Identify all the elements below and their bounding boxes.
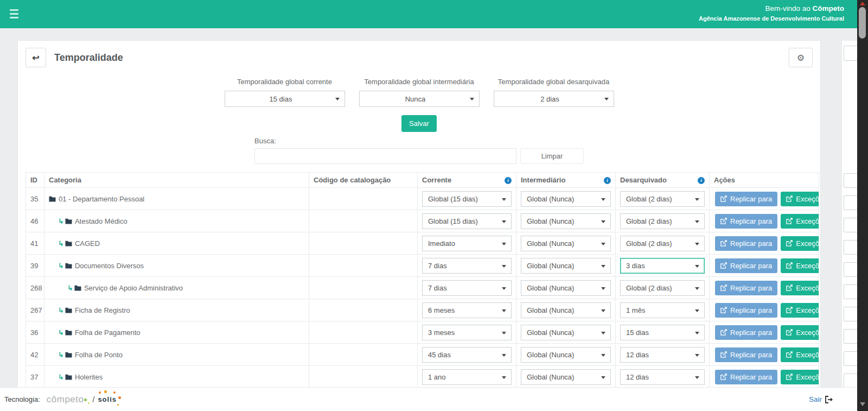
replicate-button[interactable]: Replicar para bbox=[715, 303, 777, 318]
replicate-button-label: Replicar para bbox=[730, 262, 772, 270]
intermediario-select[interactable]: Global (Nunca) bbox=[521, 213, 611, 229]
competo-logo[interactable]: cômpeto bbox=[47, 394, 84, 405]
exceptions-button[interactable]: Exceções bbox=[781, 281, 819, 295]
intermediario-select[interactable]: Global (Nunca) bbox=[521, 236, 611, 251]
desarquivado-select[interactable]: Global (2 dias) bbox=[620, 236, 705, 251]
replicate-button-label: Replicar para bbox=[730, 195, 772, 203]
intermediario-select[interactable]: Global (Nunca) bbox=[521, 280, 611, 296]
intermediario-value: Global (Nunca) bbox=[521, 217, 610, 225]
replicate-button-label: Replicar para bbox=[730, 217, 772, 225]
corrente-select[interactable]: 6 meses bbox=[422, 302, 512, 318]
table-header-row: ID Categoria Código de catalogação Corre… bbox=[26, 173, 819, 188]
scrollbar-up-arrow[interactable] bbox=[860, 2, 865, 5]
solis-logo[interactable]: solis bbox=[98, 395, 117, 403]
info-icon[interactable]: i bbox=[698, 177, 705, 184]
global-desarquivada-label: Temporalidade global desarquivada bbox=[494, 78, 614, 86]
exceptions-button-label: Exceções bbox=[796, 262, 819, 270]
replicate-button-label: Replicar para bbox=[730, 351, 772, 359]
info-icon[interactable]: i bbox=[505, 177, 512, 184]
desarquivado-select[interactable]: Global (2 dias) bbox=[620, 213, 705, 229]
exceptions-button[interactable]: Exceções bbox=[781, 192, 819, 206]
chevron-down-icon bbox=[695, 243, 699, 245]
desarquivado-select[interactable]: Global (2 dias) bbox=[620, 191, 705, 207]
corrente-select[interactable]: 3 meses bbox=[422, 325, 512, 340]
exceptions-button-label: Exceções bbox=[796, 239, 819, 248]
exceptions-button[interactable]: Exceções bbox=[781, 258, 819, 273]
exceptions-button[interactable]: Exceções bbox=[781, 370, 819, 384]
desarquivado-value: 3 dias bbox=[621, 262, 704, 270]
replicate-button[interactable]: Replicar para bbox=[715, 325, 777, 340]
catalog-code-cell bbox=[309, 344, 418, 366]
settings-button[interactable]: ⚙ bbox=[789, 48, 813, 67]
desarquivado-select[interactable]: Global (2 dias) bbox=[620, 280, 705, 296]
corrente-value: Global (15 dias) bbox=[423, 217, 511, 225]
level-arrow-icon: ↳ bbox=[58, 218, 64, 225]
intermediario-select[interactable]: Global (Nunca) bbox=[521, 325, 611, 340]
desarquivado-select[interactable]: 3 dias bbox=[620, 258, 705, 274]
intermediario-select[interactable]: Global (Nunca) bbox=[521, 369, 611, 385]
logo-separator: / bbox=[92, 395, 94, 404]
intermediario-select[interactable]: Global (Nunca) bbox=[521, 258, 611, 274]
chevron-down-icon bbox=[601, 265, 605, 268]
global-desarquivada-select[interactable]: 2 dias bbox=[494, 91, 614, 107]
row-id: 268 bbox=[26, 277, 44, 299]
back-button[interactable]: ↩ bbox=[25, 48, 46, 67]
replicate-button[interactable]: Replicar para bbox=[715, 281, 777, 295]
logout-link[interactable]: Sair bbox=[809, 395, 833, 403]
intermediario-select[interactable]: Global (Nunca) bbox=[521, 302, 611, 318]
scrollbar-down-arrow[interactable] bbox=[860, 402, 865, 406]
search-input[interactable] bbox=[254, 148, 516, 164]
desarquivado-select[interactable]: 1 mês bbox=[620, 302, 705, 318]
corrente-select[interactable]: Imediato bbox=[422, 236, 512, 251]
intermediario-select[interactable]: Global (Nunca) bbox=[521, 347, 611, 363]
chevron-down-icon bbox=[695, 332, 699, 334]
corrente-select[interactable]: 7 dias bbox=[422, 280, 512, 296]
edit-icon bbox=[786, 240, 793, 246]
exceptions-button[interactable]: Exceções bbox=[781, 303, 819, 318]
desarquivado-select[interactable]: 12 dias bbox=[620, 369, 705, 385]
replicate-button[interactable]: Replicar para bbox=[715, 192, 777, 206]
desarquivado-select[interactable]: 15 dias bbox=[620, 325, 705, 340]
scrollbar-thumb[interactable] bbox=[859, 7, 866, 39]
global-intermediaria-select[interactable]: Nunca bbox=[359, 91, 480, 107]
category-label: CAGED bbox=[75, 239, 100, 248]
replicate-button[interactable]: Replicar para bbox=[715, 236, 777, 251]
edit-icon bbox=[720, 240, 727, 246]
top-navbar: Bem-vindo ao Cômpeto Agência Amazonense … bbox=[0, 0, 868, 28]
replicate-button[interactable]: Replicar para bbox=[715, 258, 777, 273]
chevron-down-icon bbox=[502, 354, 506, 357]
intermediario-value: Global (Nunca) bbox=[521, 284, 610, 292]
replicate-button[interactable]: Replicar para bbox=[715, 214, 777, 229]
intermediario-value: Global (Nunca) bbox=[521, 328, 610, 337]
corrente-select[interactable]: Global (15 dias) bbox=[422, 191, 512, 207]
edit-icon bbox=[720, 262, 727, 269]
desarquivado-value: 15 dias bbox=[621, 328, 704, 337]
info-icon[interactable]: i bbox=[604, 177, 611, 184]
chevron-down-icon bbox=[601, 376, 605, 379]
corrente-select[interactable]: 1 ano bbox=[422, 369, 512, 385]
scrollbar[interactable] bbox=[857, 0, 868, 411]
corrente-select[interactable]: 7 dias bbox=[422, 258, 512, 274]
replicate-button[interactable]: Replicar para bbox=[715, 370, 777, 384]
global-corrente-label: Temporalidade global corrente bbox=[225, 78, 345, 86]
corrente-select[interactable]: 45 dias bbox=[422, 347, 512, 363]
hamburger-menu-icon[interactable] bbox=[10, 9, 21, 18]
intermediario-value: Global (Nunca) bbox=[521, 373, 610, 381]
exceptions-button[interactable]: Exceções bbox=[781, 347, 819, 362]
replicate-button[interactable]: Replicar para bbox=[715, 347, 777, 362]
global-corrente-select[interactable]: 15 dias bbox=[225, 91, 345, 107]
chevron-down-icon bbox=[601, 198, 605, 201]
clear-button[interactable]: Limpar bbox=[520, 148, 584, 164]
exceptions-button[interactable]: Exceções bbox=[781, 236, 819, 251]
chevron-down-icon bbox=[502, 376, 506, 379]
global-settings-row: Temporalidade global corrente 15 dias Te… bbox=[25, 78, 813, 107]
desarquivado-select[interactable]: 12 dias bbox=[620, 347, 705, 363]
category-cell: ↳Ficha de Registro bbox=[44, 299, 309, 321]
chevron-down-icon bbox=[695, 265, 699, 268]
exceptions-button[interactable]: Exceções bbox=[781, 325, 819, 340]
row-id: 37 bbox=[26, 366, 44, 388]
save-button[interactable]: Salvar bbox=[401, 115, 437, 132]
corrente-select[interactable]: Global (15 dias) bbox=[422, 213, 512, 229]
intermediario-select[interactable]: Global (Nunca) bbox=[521, 191, 611, 207]
exceptions-button[interactable]: Exceções bbox=[781, 214, 819, 229]
